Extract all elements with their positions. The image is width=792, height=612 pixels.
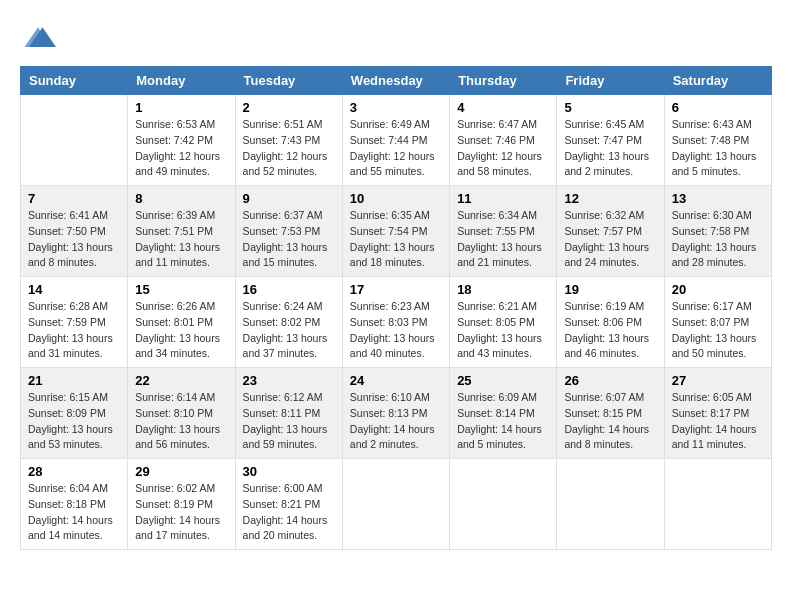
day-detail: Sunrise: 6:30 AMSunset: 7:58 PMDaylight:…: [672, 208, 764, 271]
weekday-header-thursday: Thursday: [450, 67, 557, 95]
calendar-cell: 14Sunrise: 6:28 AMSunset: 7:59 PMDayligh…: [21, 277, 128, 368]
weekday-header-tuesday: Tuesday: [235, 67, 342, 95]
calendar-cell: 28Sunrise: 6:04 AMSunset: 8:18 PMDayligh…: [21, 459, 128, 550]
weekday-header-friday: Friday: [557, 67, 664, 95]
day-detail: Sunrise: 6:04 AMSunset: 8:18 PMDaylight:…: [28, 481, 120, 544]
calendar-week-row: 21Sunrise: 6:15 AMSunset: 8:09 PMDayligh…: [21, 368, 772, 459]
calendar-week-row: 14Sunrise: 6:28 AMSunset: 7:59 PMDayligh…: [21, 277, 772, 368]
day-detail: Sunrise: 6:00 AMSunset: 8:21 PMDaylight:…: [243, 481, 335, 544]
day-detail: Sunrise: 6:39 AMSunset: 7:51 PMDaylight:…: [135, 208, 227, 271]
calendar-cell: 18Sunrise: 6:21 AMSunset: 8:05 PMDayligh…: [450, 277, 557, 368]
day-number: 5: [564, 100, 656, 115]
day-detail: Sunrise: 6:21 AMSunset: 8:05 PMDaylight:…: [457, 299, 549, 362]
calendar-cell: [557, 459, 664, 550]
calendar-cell: 5Sunrise: 6:45 AMSunset: 7:47 PMDaylight…: [557, 95, 664, 186]
calendar-table: SundayMondayTuesdayWednesdayThursdayFrid…: [20, 66, 772, 550]
calendar-cell: 25Sunrise: 6:09 AMSunset: 8:14 PMDayligh…: [450, 368, 557, 459]
calendar-cell: 9Sunrise: 6:37 AMSunset: 7:53 PMDaylight…: [235, 186, 342, 277]
calendar-cell: 4Sunrise: 6:47 AMSunset: 7:46 PMDaylight…: [450, 95, 557, 186]
calendar-cell: 27Sunrise: 6:05 AMSunset: 8:17 PMDayligh…: [664, 368, 771, 459]
logo: [20, 20, 60, 56]
calendar-cell: 17Sunrise: 6:23 AMSunset: 8:03 PMDayligh…: [342, 277, 449, 368]
day-number: 12: [564, 191, 656, 206]
logo-icon: [20, 20, 56, 56]
day-detail: Sunrise: 6:10 AMSunset: 8:13 PMDaylight:…: [350, 390, 442, 453]
calendar-cell: 26Sunrise: 6:07 AMSunset: 8:15 PMDayligh…: [557, 368, 664, 459]
day-number: 29: [135, 464, 227, 479]
calendar-cell: 24Sunrise: 6:10 AMSunset: 8:13 PMDayligh…: [342, 368, 449, 459]
weekday-header-monday: Monday: [128, 67, 235, 95]
day-detail: Sunrise: 6:15 AMSunset: 8:09 PMDaylight:…: [28, 390, 120, 453]
day-detail: Sunrise: 6:24 AMSunset: 8:02 PMDaylight:…: [243, 299, 335, 362]
day-number: 16: [243, 282, 335, 297]
calendar-body: 1Sunrise: 6:53 AMSunset: 7:42 PMDaylight…: [21, 95, 772, 550]
calendar-cell: 12Sunrise: 6:32 AMSunset: 7:57 PMDayligh…: [557, 186, 664, 277]
calendar-week-row: 1Sunrise: 6:53 AMSunset: 7:42 PMDaylight…: [21, 95, 772, 186]
day-number: 20: [672, 282, 764, 297]
day-detail: Sunrise: 6:12 AMSunset: 8:11 PMDaylight:…: [243, 390, 335, 453]
day-number: 27: [672, 373, 764, 388]
calendar-cell: 30Sunrise: 6:00 AMSunset: 8:21 PMDayligh…: [235, 459, 342, 550]
day-number: 28: [28, 464, 120, 479]
calendar-cell: [21, 95, 128, 186]
calendar-cell: 2Sunrise: 6:51 AMSunset: 7:43 PMDaylight…: [235, 95, 342, 186]
calendar-cell: 15Sunrise: 6:26 AMSunset: 8:01 PMDayligh…: [128, 277, 235, 368]
page-header: [20, 20, 772, 56]
day-number: 2: [243, 100, 335, 115]
calendar-cell: 29Sunrise: 6:02 AMSunset: 8:19 PMDayligh…: [128, 459, 235, 550]
day-detail: Sunrise: 6:09 AMSunset: 8:14 PMDaylight:…: [457, 390, 549, 453]
day-detail: Sunrise: 6:32 AMSunset: 7:57 PMDaylight:…: [564, 208, 656, 271]
day-number: 22: [135, 373, 227, 388]
calendar-week-row: 28Sunrise: 6:04 AMSunset: 8:18 PMDayligh…: [21, 459, 772, 550]
calendar-cell: 7Sunrise: 6:41 AMSunset: 7:50 PMDaylight…: [21, 186, 128, 277]
day-detail: Sunrise: 6:37 AMSunset: 7:53 PMDaylight:…: [243, 208, 335, 271]
day-detail: Sunrise: 6:49 AMSunset: 7:44 PMDaylight:…: [350, 117, 442, 180]
calendar-cell: 16Sunrise: 6:24 AMSunset: 8:02 PMDayligh…: [235, 277, 342, 368]
calendar-cell: 13Sunrise: 6:30 AMSunset: 7:58 PMDayligh…: [664, 186, 771, 277]
calendar-cell: 19Sunrise: 6:19 AMSunset: 8:06 PMDayligh…: [557, 277, 664, 368]
day-detail: Sunrise: 6:23 AMSunset: 8:03 PMDaylight:…: [350, 299, 442, 362]
day-number: 14: [28, 282, 120, 297]
day-detail: Sunrise: 6:26 AMSunset: 8:01 PMDaylight:…: [135, 299, 227, 362]
calendar-cell: [664, 459, 771, 550]
day-detail: Sunrise: 6:28 AMSunset: 7:59 PMDaylight:…: [28, 299, 120, 362]
day-number: 3: [350, 100, 442, 115]
calendar-cell: 1Sunrise: 6:53 AMSunset: 7:42 PMDaylight…: [128, 95, 235, 186]
day-detail: Sunrise: 6:19 AMSunset: 8:06 PMDaylight:…: [564, 299, 656, 362]
calendar-header-row: SundayMondayTuesdayWednesdayThursdayFrid…: [21, 67, 772, 95]
day-number: 17: [350, 282, 442, 297]
day-number: 18: [457, 282, 549, 297]
day-detail: Sunrise: 6:34 AMSunset: 7:55 PMDaylight:…: [457, 208, 549, 271]
day-detail: Sunrise: 6:05 AMSunset: 8:17 PMDaylight:…: [672, 390, 764, 453]
day-number: 15: [135, 282, 227, 297]
calendar-cell: 3Sunrise: 6:49 AMSunset: 7:44 PMDaylight…: [342, 95, 449, 186]
calendar-cell: 8Sunrise: 6:39 AMSunset: 7:51 PMDaylight…: [128, 186, 235, 277]
calendar-cell: 11Sunrise: 6:34 AMSunset: 7:55 PMDayligh…: [450, 186, 557, 277]
calendar-cell: 21Sunrise: 6:15 AMSunset: 8:09 PMDayligh…: [21, 368, 128, 459]
weekday-header-sunday: Sunday: [21, 67, 128, 95]
day-detail: Sunrise: 6:47 AMSunset: 7:46 PMDaylight:…: [457, 117, 549, 180]
calendar-cell: [450, 459, 557, 550]
day-number: 11: [457, 191, 549, 206]
day-number: 26: [564, 373, 656, 388]
weekday-header-wednesday: Wednesday: [342, 67, 449, 95]
calendar-cell: 6Sunrise: 6:43 AMSunset: 7:48 PMDaylight…: [664, 95, 771, 186]
day-number: 24: [350, 373, 442, 388]
calendar-cell: 22Sunrise: 6:14 AMSunset: 8:10 PMDayligh…: [128, 368, 235, 459]
calendar-cell: [342, 459, 449, 550]
day-number: 25: [457, 373, 549, 388]
day-number: 23: [243, 373, 335, 388]
weekday-header-saturday: Saturday: [664, 67, 771, 95]
day-number: 4: [457, 100, 549, 115]
day-detail: Sunrise: 6:51 AMSunset: 7:43 PMDaylight:…: [243, 117, 335, 180]
day-detail: Sunrise: 6:41 AMSunset: 7:50 PMDaylight:…: [28, 208, 120, 271]
day-detail: Sunrise: 6:45 AMSunset: 7:47 PMDaylight:…: [564, 117, 656, 180]
day-number: 30: [243, 464, 335, 479]
day-number: 13: [672, 191, 764, 206]
calendar-cell: 20Sunrise: 6:17 AMSunset: 8:07 PMDayligh…: [664, 277, 771, 368]
day-detail: Sunrise: 6:02 AMSunset: 8:19 PMDaylight:…: [135, 481, 227, 544]
day-number: 8: [135, 191, 227, 206]
day-detail: Sunrise: 6:07 AMSunset: 8:15 PMDaylight:…: [564, 390, 656, 453]
day-detail: Sunrise: 6:17 AMSunset: 8:07 PMDaylight:…: [672, 299, 764, 362]
day-number: 10: [350, 191, 442, 206]
